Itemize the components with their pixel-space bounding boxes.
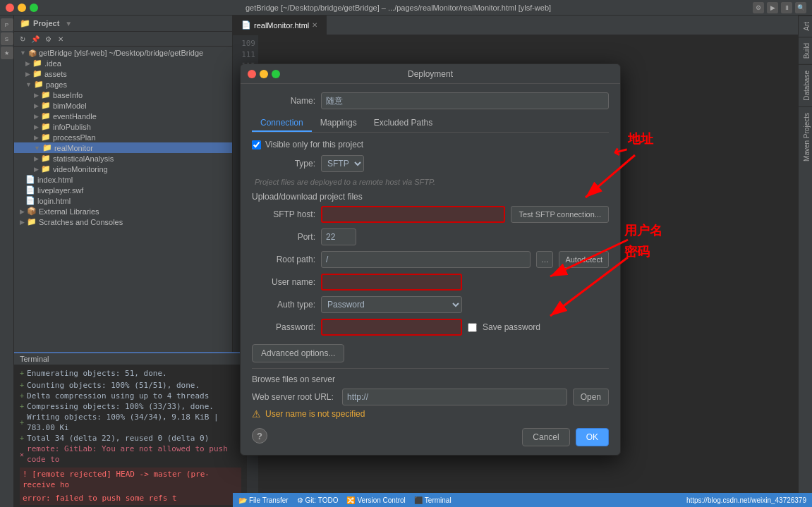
port-input[interactable] bbox=[321, 228, 356, 245]
tree-item-assets[interactable]: ▶ 📁 assets bbox=[14, 68, 232, 79]
autodetect-button[interactable]: Autodetect bbox=[559, 251, 609, 268]
terminal-status[interactable]: ⬛ Terminal bbox=[414, 496, 452, 504]
url-status: https://blog.csdn.net/weixin_43726379 bbox=[686, 496, 806, 504]
folder-icon-pages: 📁 bbox=[34, 80, 44, 89]
tree-label-assets: assets bbox=[44, 70, 67, 78]
project-dropdown[interactable]: ▼ bbox=[65, 20, 72, 28]
sftp-host-row: SFTP host: Test SFTP connection... bbox=[252, 206, 609, 223]
expand-icon-external: ▶ bbox=[20, 208, 25, 215]
cancel-button[interactable]: Cancel bbox=[522, 428, 569, 446]
settings-icon[interactable]: ⚙ bbox=[753, 2, 764, 13]
tab-icon: 📄 bbox=[241, 20, 251, 30]
expand-icon-statistical: ▶ bbox=[34, 155, 39, 162]
dialog-window-controls[interactable] bbox=[248, 70, 280, 78]
minimize-button[interactable] bbox=[18, 4, 26, 12]
folder-icon-statistical: 📁 bbox=[41, 154, 51, 163]
name-row: Name: bbox=[252, 92, 609, 109]
tree-item-realmonitor[interactable]: ▼ 📁 realMonitor bbox=[14, 142, 232, 153]
deployment-dialog[interactable]: Deployment Name: Connection Mappings Exc… bbox=[240, 63, 621, 456]
browse-section-title: Browse files on server bbox=[252, 374, 609, 384]
tree-label-loginhtml: login.html bbox=[37, 197, 71, 205]
tab-mappings[interactable]: Mappings bbox=[312, 115, 365, 132]
ok-button[interactable]: OK bbox=[576, 428, 609, 446]
type-select[interactable]: SFTP bbox=[321, 155, 364, 172]
tree-item-processplan[interactable]: ▶ 📁 processPlan bbox=[14, 132, 232, 142]
dialog-minimize-button[interactable] bbox=[260, 70, 268, 78]
debug-icon[interactable]: ⏸ bbox=[781, 2, 792, 13]
toolbar-icons: ⚙ ▶ ⏸ 🔍 bbox=[753, 2, 806, 13]
tree-item-idea[interactable]: ▶ 📁 .idea bbox=[14, 58, 232, 68]
password-input[interactable] bbox=[321, 319, 462, 336]
help-button[interactable]: ? bbox=[252, 428, 267, 444]
save-password-checkbox[interactable] bbox=[468, 323, 477, 332]
tree-item-liveplayer[interactable]: 📄 liveplayer.swf bbox=[14, 185, 232, 195]
window-title: getBridge [~/Desktop/bridge/getBridge] –… bbox=[44, 4, 753, 12]
root-path-label: Root path: bbox=[252, 255, 315, 264]
root-path-input[interactable] bbox=[321, 251, 531, 268]
root-path-row: Root path: … Autodetect bbox=[252, 251, 609, 268]
folder-icon-bimmodel: 📁 bbox=[41, 101, 51, 110]
git-todo-status[interactable]: ⚙ Git: TODO bbox=[297, 496, 339, 504]
tab-excluded-paths[interactable]: Excluded Paths bbox=[365, 115, 441, 132]
tree-item-infopublish[interactable]: ▶ 📁 infoPublish bbox=[14, 121, 232, 132]
username-input[interactable] bbox=[321, 274, 462, 291]
editor-tab-realmonitor[interactable]: 📄 realMonitor.html ✕ bbox=[233, 16, 327, 35]
save-password-label: Save password bbox=[483, 322, 540, 332]
code-line bbox=[264, 49, 806, 61]
pin-icon[interactable]: 📌 bbox=[30, 33, 41, 44]
close-button[interactable] bbox=[6, 4, 14, 12]
vc-icon: 🔀 bbox=[346, 496, 355, 504]
search-icon[interactable]: 🔍 bbox=[795, 2, 806, 13]
expand-icon-baseinfo: ▶ bbox=[34, 92, 39, 99]
side-icons-left: P S ★ bbox=[0, 16, 14, 507]
test-sftp-button[interactable]: Test SFTP connection... bbox=[511, 206, 609, 223]
build-panel-label[interactable]: Build bbox=[799, 37, 812, 64]
file-transfer-status[interactable]: 📂 File Transfer bbox=[238, 496, 289, 504]
terminal-error-block: ! [remote rejected] HEAD -> master (pre-… bbox=[23, 470, 210, 489]
tab-connection[interactable]: Connection bbox=[252, 115, 312, 132]
dialog-title: Deployment bbox=[408, 69, 453, 79]
tree-item-scratches[interactable]: ▶ 📁 Scratches and Consoles bbox=[14, 216, 232, 227]
tree-item-pages[interactable]: ▼ 📁 pages bbox=[14, 79, 232, 90]
web-server-url-input[interactable] bbox=[342, 389, 567, 405]
database-panel-label[interactable]: Database bbox=[799, 64, 812, 106]
sync-icon[interactable]: ↻ bbox=[17, 33, 28, 44]
tree-root[interactable]: ▼ 📦 getBridge [ylsf-web] ~/Desktop/bridg… bbox=[14, 48, 232, 58]
auth-type-select[interactable]: Password Key pair bbox=[321, 296, 462, 313]
terminal-icon: ⬛ bbox=[414, 496, 423, 504]
tab-close-icon[interactable]: ✕ bbox=[312, 21, 317, 29]
favorites-icon[interactable]: ★ bbox=[1, 47, 13, 59]
tree-item-eventhandle[interactable]: ▶ 📁 eventHandle bbox=[14, 111, 232, 121]
tree-item-statistical[interactable]: ▶ 📁 statisticalAnalysis bbox=[14, 153, 232, 164]
tree-item-bimmodel[interactable]: ▶ 📁 bimModel bbox=[14, 100, 232, 111]
visible-only-checkbox[interactable] bbox=[252, 140, 261, 149]
maximize-button[interactable] bbox=[30, 4, 38, 12]
tree-label-statistical: statisticalAnalysis bbox=[53, 154, 114, 163]
art-panel-label[interactable]: Art bbox=[799, 16, 812, 37]
dialog-maximize-button[interactable] bbox=[272, 70, 280, 78]
tree-item-indexhtml[interactable]: 📄 index.html bbox=[14, 174, 232, 185]
browse-root-button[interactable]: … bbox=[536, 251, 553, 268]
terminal-header: Terminal bbox=[14, 353, 247, 365]
close-panel-icon[interactable]: ✕ bbox=[55, 33, 66, 44]
tree-label-scratches: Scratches and Consoles bbox=[39, 218, 123, 226]
project-icon[interactable]: P bbox=[1, 18, 13, 31]
tree-item-videomonitoring[interactable]: ▶ 📁 videoMonitoring bbox=[14, 164, 232, 174]
name-input[interactable] bbox=[321, 92, 609, 109]
expand-icon-eventhandle: ▶ bbox=[34, 113, 39, 120]
tree-item-external[interactable]: ▶ 📦 External Libraries bbox=[14, 206, 232, 216]
structure-icon[interactable]: S bbox=[1, 32, 13, 45]
run-icon[interactable]: ▶ bbox=[767, 2, 778, 13]
sftp-host-input[interactable] bbox=[321, 206, 505, 223]
dialog-close-button[interactable] bbox=[248, 70, 256, 78]
advanced-options-button[interactable]: Advanced options... bbox=[252, 344, 344, 362]
version-control-status[interactable]: 🔀 Version Control bbox=[346, 496, 405, 504]
gear-icon[interactable]: ⚙ bbox=[42, 33, 54, 44]
open-button[interactable]: Open bbox=[573, 389, 609, 405]
tree-item-loginhtml[interactable]: 📄 login.html bbox=[14, 195, 232, 206]
window-controls[interactable] bbox=[6, 4, 38, 12]
maven-panel-label[interactable]: Maven Projects bbox=[799, 106, 812, 167]
tree-item-baseinfo[interactable]: ▶ 📁 baseInfo bbox=[14, 90, 232, 100]
git-indicator: + bbox=[20, 368, 24, 379]
terminal-content[interactable]: + Enumerating objects: 51, done. + Count… bbox=[14, 365, 247, 507]
